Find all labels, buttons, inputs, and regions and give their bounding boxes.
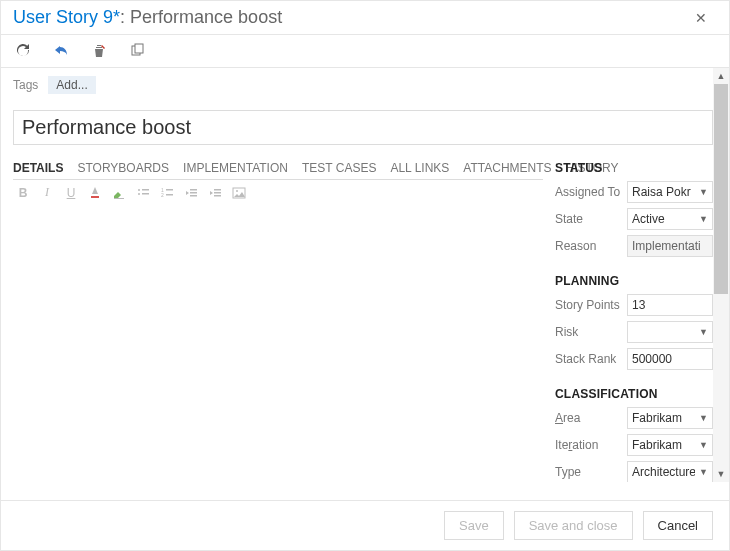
- planning-heading: PLANNING: [555, 270, 713, 294]
- chevron-down-icon: ▼: [699, 413, 708, 423]
- svg-point-3: [138, 189, 140, 191]
- title-input[interactable]: [13, 110, 713, 145]
- state-label: State: [555, 212, 623, 226]
- scroll-down-icon[interactable]: ▼: [713, 466, 729, 482]
- dialog-title: User Story 9*: Performance boost: [13, 7, 282, 28]
- toolbar: [1, 35, 729, 67]
- delete-icon[interactable]: [91, 43, 107, 59]
- copy-icon[interactable]: [129, 43, 145, 59]
- tab-bar: DETAILS STORYBOARDS IMPLEMENTATION TEST …: [13, 157, 543, 180]
- work-item-id: User Story 9*: [13, 7, 120, 27]
- svg-rect-10: [166, 194, 173, 196]
- area-field[interactable]: Fabrikam▼: [627, 407, 713, 429]
- svg-point-4: [138, 193, 140, 195]
- number-list-icon[interactable]: 12: [159, 186, 175, 200]
- dialog-header: User Story 9*: Performance boost ✕: [1, 1, 729, 34]
- type-field[interactable]: Architecture▼: [627, 461, 713, 482]
- svg-text:2: 2: [161, 192, 164, 198]
- italic-icon[interactable]: I: [39, 185, 55, 200]
- assigned-to-field[interactable]: Raisa Pokr▼: [627, 181, 713, 203]
- save-button[interactable]: Save: [444, 511, 504, 540]
- work-item-name: : Performance boost: [120, 7, 282, 27]
- tab-attachments[interactable]: ATTACHMENTS: [463, 161, 551, 175]
- scrollbar[interactable]: ▲ ▼: [713, 68, 729, 482]
- type-label: Type: [555, 465, 623, 479]
- assigned-to-label: Assigned To: [555, 185, 623, 199]
- scroll-up-icon[interactable]: ▲: [713, 68, 729, 84]
- scroll-thumb[interactable]: [714, 84, 728, 294]
- state-field[interactable]: Active▼: [627, 208, 713, 230]
- tab-details[interactable]: DETAILS: [13, 161, 63, 175]
- chevron-down-icon: ▼: [699, 187, 708, 197]
- svg-rect-16: [214, 195, 221, 197]
- risk-field[interactable]: ▼: [627, 321, 713, 343]
- details-panel: STATUS Assigned To Raisa Pokr▼ State Act…: [555, 157, 713, 482]
- tab-implementation[interactable]: IMPLEMENTATION: [183, 161, 288, 175]
- refresh-icon[interactable]: [15, 43, 31, 59]
- font-color-icon[interactable]: [87, 186, 103, 200]
- bullet-list-icon[interactable]: [135, 186, 151, 200]
- risk-label: Risk: [555, 325, 623, 339]
- iteration-field[interactable]: Fabrikam▼: [627, 434, 713, 456]
- tab-testcases[interactable]: TEST CASES: [302, 161, 376, 175]
- image-icon[interactable]: [231, 186, 247, 200]
- story-points-label: Story Points: [555, 298, 623, 312]
- undo-icon[interactable]: [53, 43, 69, 59]
- highlight-icon[interactable]: [111, 186, 127, 200]
- cancel-button[interactable]: Cancel: [643, 511, 713, 540]
- iteration-label: Iteration: [555, 438, 623, 452]
- svg-rect-15: [214, 192, 221, 194]
- svg-rect-6: [142, 193, 149, 195]
- save-and-close-button[interactable]: Save and close: [514, 511, 633, 540]
- chevron-down-icon: ▼: [699, 214, 708, 224]
- svg-rect-1: [135, 44, 143, 53]
- area-label: Area: [555, 411, 623, 425]
- status-heading: STATUS: [555, 157, 713, 181]
- outdent-icon[interactable]: [183, 186, 199, 200]
- editor-toolbar: B I U 12: [13, 180, 543, 205]
- svg-rect-9: [166, 189, 173, 191]
- tags-label: Tags: [13, 78, 38, 92]
- stack-rank-field[interactable]: 500000: [627, 348, 713, 370]
- description-editor[interactable]: [13, 205, 543, 435]
- underline-icon[interactable]: U: [63, 186, 79, 200]
- footer: Save Save and close Cancel: [1, 500, 729, 550]
- svg-point-18: [236, 190, 238, 192]
- classification-heading: CLASSIFICATION: [555, 383, 713, 407]
- chevron-down-icon: ▼: [699, 327, 708, 337]
- svg-rect-11: [190, 189, 197, 191]
- svg-rect-2: [114, 198, 124, 199]
- svg-rect-13: [190, 195, 197, 197]
- add-tag-button[interactable]: Add...: [48, 76, 95, 94]
- tab-storyboards[interactable]: STORYBOARDS: [77, 161, 169, 175]
- story-points-field[interactable]: 13: [627, 294, 713, 316]
- close-icon[interactable]: ✕: [689, 8, 713, 28]
- chevron-down-icon: ▼: [699, 440, 708, 450]
- content-area: Tags Add... DETAILS STORYBOARDS IMPLEMEN…: [1, 68, 729, 482]
- bold-icon[interactable]: B: [15, 186, 31, 200]
- svg-rect-12: [190, 192, 197, 194]
- reason-field: Implementati: [627, 235, 713, 257]
- svg-rect-5: [142, 189, 149, 191]
- indent-icon[interactable]: [207, 186, 223, 200]
- svg-rect-14: [214, 189, 221, 191]
- stack-rank-label: Stack Rank: [555, 352, 623, 366]
- tags-row: Tags Add...: [13, 76, 713, 94]
- tab-alllinks[interactable]: ALL LINKS: [390, 161, 449, 175]
- reason-label: Reason: [555, 239, 623, 253]
- chevron-down-icon: ▼: [699, 467, 708, 477]
